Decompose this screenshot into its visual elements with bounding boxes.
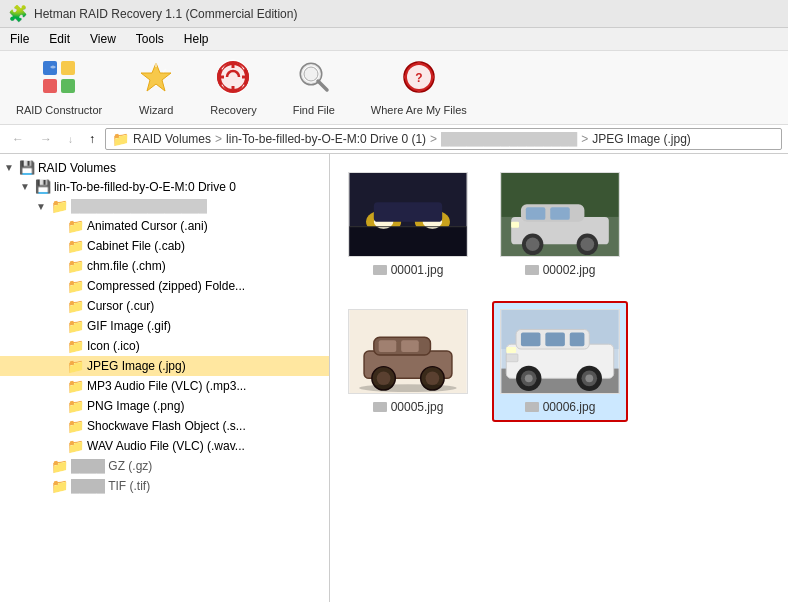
recovery-button[interactable]: Recovery (202, 55, 264, 120)
tree-label-wav-audio: WAV Audio File (VLC) (.wav... (87, 439, 245, 453)
svg-rect-60 (521, 332, 541, 346)
file-label-00005: 00005.jpg (391, 400, 444, 414)
up-button[interactable]: ↑ (83, 129, 101, 149)
menu-edit[interactable]: Edit (45, 30, 74, 48)
expand-arrow[interactable]: ▼ (20, 181, 30, 192)
folder-icon: 📁 (67, 398, 84, 414)
menu-help[interactable]: Help (180, 30, 213, 48)
file-item-00002[interactable]: 00002.jpg (492, 164, 628, 285)
tree-item-cabinet-file[interactable]: 📁 Cabinet File (.cab) (0, 236, 329, 256)
tree-label-cabinet-file: Cabinet File (.cab) (87, 239, 185, 253)
folder-icon: 📁 (67, 438, 84, 454)
svg-rect-11 (232, 86, 235, 92)
svg-text:?: ? (415, 71, 422, 85)
folder-icon: 📁 (67, 278, 84, 294)
svg-point-8 (221, 65, 245, 89)
app-title: Hetman RAID Recovery 1.1 (Commercial Edi… (34, 7, 297, 21)
file-thumb-00001 (348, 172, 468, 257)
tree-label-compressed-zipped: Compressed (zipped) Folde... (87, 279, 245, 293)
folder-icon: 📁 (67, 218, 84, 234)
tree-item-chm-file[interactable]: 📁 chm.file (.chm) (0, 256, 329, 276)
file-item-00006[interactable]: 00006.jpg (492, 301, 628, 422)
menu-tools[interactable]: Tools (132, 30, 168, 48)
drive-icon: 💾 (35, 179, 51, 194)
tree-item-raid-volumes[interactable]: ▼ 💾 RAID Volumes (0, 158, 329, 177)
forward-button[interactable]: → (34, 129, 58, 149)
tree-item-gif-image[interactable]: 📁 GIF Image (.gif) (0, 316, 329, 336)
tree-item-icon-ico[interactable]: 📁 Icon (.ico) (0, 336, 329, 356)
file-type-icon (525, 402, 539, 412)
tree-label-cursor: Cursor (.cur) (87, 299, 154, 313)
tree-item-png-image[interactable]: 📁 PNG Image (.png) (0, 396, 329, 416)
file-name-00005: 00005.jpg (373, 400, 444, 414)
file-grid: 00001.jpg (340, 164, 778, 422)
svg-rect-38 (526, 207, 546, 220)
svg-rect-69 (506, 354, 518, 362)
tree-label-icon-ico: Icon (.ico) (87, 339, 140, 353)
tree-label-main-folder: ████████████████ (71, 199, 207, 213)
tree-label-gz: ████ GZ (.gz) (71, 459, 152, 473)
file-item-00005[interactable]: 00005.jpg (340, 301, 476, 422)
svg-point-43 (581, 237, 595, 251)
wizard-button[interactable]: Wizard (130, 55, 182, 120)
tree-label-animated-cursor: Animated Cursor (.ani) (87, 219, 208, 233)
svg-rect-3 (61, 79, 75, 93)
tree-item-drive0[interactable]: ▼ 💾 lin-To-be-filled-by-O-E-M:0 Drive 0 (0, 177, 329, 196)
file-panel: 00001.jpg (330, 154, 788, 602)
svg-rect-0 (43, 61, 57, 75)
where-are-my-files-label: Where Are My Files (371, 104, 467, 116)
tree-item-compressed-zipped[interactable]: 📁 Compressed (zipped) Folde... (0, 276, 329, 296)
tree-item-jpeg-image[interactable]: 📁 JPEG Image (.jpg) (0, 356, 329, 376)
tree-item-mp3-audio[interactable]: 📁 MP3 Audio File (VLC) (.mp3... (0, 376, 329, 396)
wizard-label: Wizard (139, 104, 173, 116)
raid-constructor-button[interactable]: RAID Constructor (8, 55, 110, 120)
folder-icon-gray: 📁 (51, 478, 68, 494)
tree-panel: ▼ 💾 RAID Volumes ▼ 💾 lin-To-be-filled-by… (0, 154, 330, 602)
svg-rect-12 (218, 76, 224, 79)
back-button[interactable]: ← (6, 129, 30, 149)
folder-icon: 📁 (67, 258, 84, 274)
folder-icon: 📁 (67, 358, 84, 374)
down-button[interactable]: ↓ (62, 131, 79, 148)
svg-point-68 (585, 374, 593, 382)
file-item-00001[interactable]: 00001.jpg (340, 164, 476, 285)
tree-item-main-folder[interactable]: ▼ 📁 ████████████████ (0, 196, 329, 216)
expand-arrow[interactable]: ▼ (36, 201, 46, 212)
find-file-button[interactable]: Find File (285, 55, 343, 120)
svg-rect-39 (550, 207, 570, 220)
svg-rect-28 (349, 227, 466, 256)
tree-item-gz[interactable]: 📁 ████ GZ (.gz) (0, 456, 329, 476)
svg-point-52 (377, 372, 391, 386)
tree-item-tif[interactable]: 📁 ████ TIF (.tif) (0, 476, 329, 496)
file-type-icon (525, 265, 539, 275)
svg-rect-48 (379, 340, 397, 352)
path-segment-4: JPEG Image (.jpg) (592, 132, 691, 146)
address-path[interactable]: 📁 RAID Volumes > lin-To-be-filled-by-O-E… (105, 128, 782, 150)
svg-rect-70 (506, 347, 516, 353)
path-segment-3: ████████████████ (441, 132, 577, 146)
tree-item-shockwave-flash[interactable]: 📁 Shockwave Flash Object (.s... (0, 416, 329, 436)
svg-point-53 (426, 372, 440, 386)
svg-line-6 (163, 69, 166, 72)
raid-constructor-icon (41, 59, 77, 102)
file-type-icon (373, 265, 387, 275)
path-segment-2: lin-To-be-filled-by-O-E-M:0 Drive 0 (1) (226, 132, 426, 146)
expand-arrow[interactable]: ▼ (4, 162, 14, 173)
tree-label-drive0: lin-To-be-filled-by-O-E-M:0 Drive 0 (54, 180, 236, 194)
file-label-00006: 00006.jpg (543, 400, 596, 414)
folder-icon: 📁 (67, 238, 84, 254)
tree-item-cursor[interactable]: 📁 Cursor (.cur) (0, 296, 329, 316)
where-are-my-files-button[interactable]: ? Where Are My Files (363, 55, 475, 120)
tree-label-chm-file: chm.file (.chm) (87, 259, 166, 273)
menu-view[interactable]: View (86, 30, 120, 48)
wizard-icon (138, 59, 174, 102)
folder-icon: 📁 (67, 298, 84, 314)
tree-item-wav-audio[interactable]: 📁 WAV Audio File (VLC) (.wav... (0, 436, 329, 456)
svg-line-16 (318, 81, 327, 90)
find-file-label: Find File (293, 104, 335, 116)
menu-bar: File Edit View Tools Help (0, 28, 788, 51)
menu-file[interactable]: File (6, 30, 33, 48)
tree-label-png-image: PNG Image (.png) (87, 399, 184, 413)
tree-item-animated-cursor[interactable]: 📁 Animated Cursor (.ani) (0, 216, 329, 236)
svg-rect-2 (43, 79, 57, 93)
